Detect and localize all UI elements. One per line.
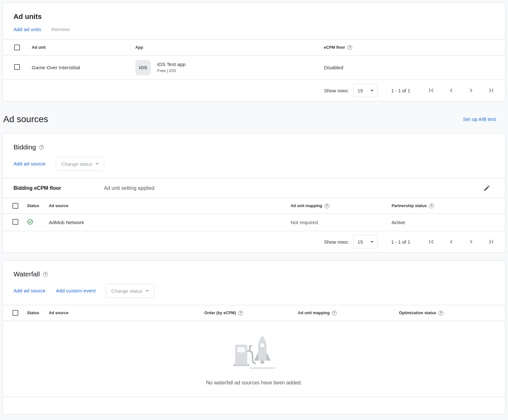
partnership-status-value: Active (392, 220, 505, 225)
optimization-status-help-icon[interactable] (438, 311, 443, 315)
add-ad-source-link[interactable]: Add ad source (13, 288, 46, 294)
chevron-right-icon (467, 87, 475, 94)
ad-units-card: Ad units Add ad units Remove Ad unit App… (3, 3, 505, 101)
last-page-icon (487, 238, 495, 246)
bidding-ecpm-floor-label: Bidding eCPM floor (13, 185, 104, 191)
status-active-icon (27, 219, 33, 225)
ecpm-floor-value: Disabled (324, 65, 505, 71)
prev-page-button[interactable] (447, 86, 456, 95)
waterfall-help-icon[interactable] (43, 272, 48, 277)
column-header-app: App (135, 45, 143, 50)
partnership-status-help-icon[interactable] (429, 204, 434, 208)
add-custom-event-link[interactable]: Add custom event (56, 288, 96, 294)
column-header-partnership-status: Partnership status (392, 204, 427, 208)
change-status-button[interactable]: Change status (56, 157, 104, 171)
waterfall-empty-state: No waterfall ad sources have been added. (3, 321, 505, 397)
ad-sources-heading: Ad sources (3, 114, 48, 124)
app-detail: Free | iOS (157, 68, 185, 74)
empty-state-message: No waterfall ad sources have been added. (3, 380, 505, 386)
ad-units-table-header: Ad unit App eCPM floor (3, 39, 505, 55)
last-page-button[interactable] (487, 237, 495, 246)
show-rows-label: Show rows: (324, 88, 349, 93)
ad-source-name: AdMob Network (49, 220, 291, 225)
rows-per-page-select[interactable]: 15 (353, 235, 378, 248)
pencil-icon (483, 185, 490, 192)
first-page-icon (428, 238, 435, 246)
show-rows-label: Show rows: (324, 239, 349, 245)
next-page-button[interactable] (467, 237, 476, 246)
row-checkbox[interactable] (13, 219, 18, 225)
edit-ecpm-floor-button[interactable] (481, 183, 492, 194)
column-header-ad-source: Ad source (49, 204, 68, 208)
column-header-ad-source: Ad source (49, 311, 68, 315)
column-header-optimization-status: Optimization status (399, 311, 436, 315)
caret-down-icon (370, 241, 374, 243)
bidding-table-header: Status Ad source Ad unit mapping Partner… (3, 198, 505, 214)
remove-button[interactable]: Remove (51, 27, 70, 32)
waterfall-title-row: Waterfall (3, 261, 505, 284)
caret-down-icon (96, 163, 99, 165)
page-range: 1 - 1 of 1 (391, 88, 410, 93)
bidding-card: Bidding Add ad source Change status Bidd… (3, 133, 505, 253)
waterfall-card: Waterfall Add ad source Add custom event… (3, 260, 505, 415)
column-header-ad-unit-mapping: Ad unit mapping (291, 204, 322, 208)
column-header-ad-unit-mapping: Ad unit mapping (298, 311, 330, 315)
ios-app-icon: iOS (135, 60, 151, 75)
setup-ab-test-link[interactable]: Set up A/B test (463, 116, 496, 122)
waterfall-title: Waterfall (13, 270, 40, 278)
column-header-order-by-ecpm: Order (by eCPM) (204, 311, 236, 315)
add-ad-source-link[interactable]: Add ad source (13, 161, 46, 167)
bidding-title: Bidding (13, 143, 36, 151)
row-checkbox[interactable] (14, 64, 20, 70)
first-page-button[interactable] (427, 237, 436, 246)
ad-units-title: Ad units (13, 13, 42, 21)
waterfall-footer (3, 397, 505, 414)
column-header-ad-unit: Ad unit (32, 45, 46, 50)
bidding-pagination: Show rows: 15 1 - 1 of 1 (3, 231, 505, 252)
chevron-left-icon (447, 87, 455, 94)
rows-per-page-select[interactable]: 15 (353, 84, 378, 97)
waterfall-toolbar: Add ad source Add custom event Change st… (3, 284, 505, 305)
add-ad-units-link[interactable]: Add ad units (13, 27, 41, 32)
bidding-help-icon[interactable] (39, 145, 44, 150)
first-page-icon (428, 87, 435, 94)
app-name: iOS Test app (157, 61, 185, 68)
prev-page-button[interactable] (447, 237, 456, 246)
waterfall-table-header: Status Ad source Order (by eCPM) Ad unit… (3, 305, 505, 321)
last-page-icon (487, 87, 495, 94)
caret-down-icon (146, 290, 149, 292)
chevron-left-icon (447, 238, 455, 246)
ad-unit-table-row: Game Over Interstitial iOS iOS Test app … (3, 55, 505, 80)
order-by-ecpm-help-icon[interactable] (238, 311, 243, 315)
ad-unit-mapping-help-icon[interactable] (332, 311, 337, 315)
change-status-button[interactable]: Change status (106, 284, 154, 298)
bidding-ecpm-floor-row: Bidding eCPM floor Ad unit setting appli… (3, 178, 505, 198)
bidding-ecpm-floor-value: Ad unit setting applied (104, 185, 481, 191)
ecpm-floor-help-icon[interactable] (347, 45, 352, 50)
bidding-title-row: Bidding (3, 134, 505, 157)
bidding-table-row: AdMob Network Not required Active (3, 214, 505, 231)
card-gap (3, 253, 505, 260)
ad-units-title-row: Ad units (3, 3, 505, 27)
first-page-button[interactable] (427, 86, 436, 95)
mediation-page: Ad units Add ad units Remove Ad unit App… (0, 0, 508, 420)
bidding-toolbar: Add ad source Change status (3, 157, 505, 178)
ad-unit-name: Game Over Interstitial (32, 65, 135, 71)
last-page-button[interactable] (487, 86, 495, 95)
caret-down-icon (370, 90, 374, 91)
ad-sources-header: Ad sources Set up A/B test (3, 114, 496, 124)
ad-units-toolbar: Add ad units Remove (3, 27, 505, 39)
next-page-button[interactable] (467, 86, 476, 95)
select-all-checkbox[interactable] (13, 310, 18, 316)
column-header-status: Status (27, 311, 39, 315)
column-header-ecpm-floor: eCPM floor (324, 45, 345, 50)
ad-units-pagination: Show rows: 15 1 - 1 of 1 (3, 80, 505, 101)
chevron-right-icon (467, 238, 475, 246)
page-range: 1 - 1 of 1 (391, 239, 410, 245)
select-all-checkbox[interactable] (13, 203, 18, 209)
ad-unit-mapping-help-icon[interactable] (325, 204, 329, 208)
ad-unit-mapping-value: Not required (291, 220, 392, 225)
column-header-status: Status (27, 204, 39, 208)
rocket-fuel-pump-illustration (229, 333, 279, 372)
select-all-checkbox[interactable] (14, 45, 20, 50)
